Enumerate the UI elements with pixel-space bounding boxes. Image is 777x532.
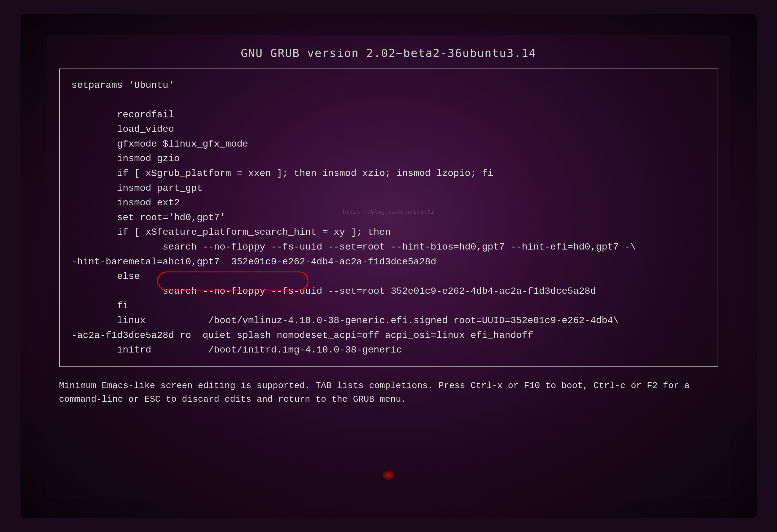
grub-title: GNU GRUB version 2.02~beta2-36ubuntu3.14 (241, 46, 536, 59)
grub-editor-box: setparams 'Ubuntu' recordfail load_video… (59, 69, 718, 367)
screen-area: GNU GRUB version 2.02~beta2-36ubuntu3.14… (47, 35, 730, 498)
red-led (383, 471, 395, 480)
laptop-frame: GNU GRUB version 2.02~beta2-36ubuntu3.14… (20, 14, 757, 518)
code-block: setparams 'Ubuntu' recordfail load_video… (72, 78, 706, 358)
watermark: https://blog.csdn.net/atli (343, 209, 434, 215)
footer-text: Minimum Emacs-like screen editing is sup… (59, 379, 718, 406)
